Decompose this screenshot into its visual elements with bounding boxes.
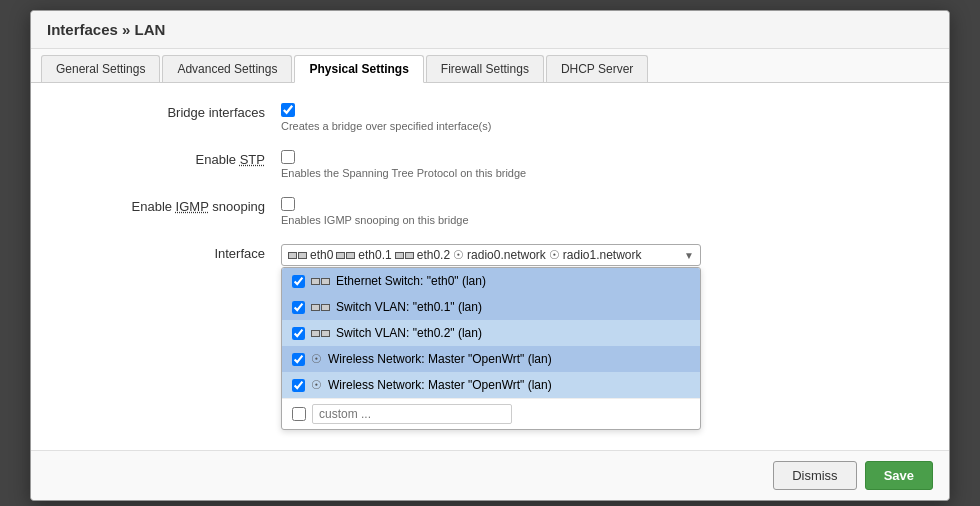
dropdown-item-radio1[interactable]: ☉ Wireless Network: Master "OpenWrt" (la… — [282, 372, 700, 398]
tab-physical[interactable]: Physical Settings — [294, 55, 423, 83]
modal-body: Bridge interfaces Creates a bridge over … — [31, 83, 949, 450]
dropdown-item-eth0-label: Ethernet Switch: "eth0" (lan) — [336, 274, 486, 288]
tab-general[interactable]: General Settings — [41, 55, 160, 82]
igmp-abbr: IGMP — [176, 199, 209, 214]
bridge-interfaces-control: Creates a bridge over specified interfac… — [281, 103, 919, 132]
dropdown-eth0-icon — [311, 278, 330, 285]
modal-title: Interfaces » LAN — [31, 11, 949, 49]
dropdown-item-eth01-checkbox[interactable] — [292, 301, 305, 314]
modal-footer: Dismiss Save — [31, 450, 949, 500]
stp-row: Enable STP Enables the Spanning Tree Pro… — [61, 150, 919, 179]
bridge-interfaces-checkbox-wrapper — [281, 103, 919, 117]
dropdown-eth02-icon — [311, 330, 330, 337]
eth0-icon — [288, 252, 307, 259]
dropdown-item-radio0[interactable]: ☉ Wireless Network: Master "OpenWrt" (la… — [282, 346, 700, 372]
dropdown-item-eth01[interactable]: Switch VLAN: "eth0.1" (lan) — [282, 294, 700, 320]
dropdown-radio0-icon: ☉ — [311, 352, 322, 366]
dropdown-item-radio0-label: Wireless Network: Master "OpenWrt" (lan) — [328, 352, 552, 366]
dismiss-button[interactable]: Dismiss — [773, 461, 857, 490]
bridge-interfaces-checkbox[interactable] — [281, 103, 295, 117]
interface-control: eth0 eth0.1 eth0.2 — [281, 244, 919, 430]
interface-tag-eth01: eth0.1 — [336, 248, 391, 262]
dropdown-item-eth0-checkbox[interactable] — [292, 275, 305, 288]
dropdown-radio1-icon: ☉ — [311, 378, 322, 392]
stp-checkbox-wrapper — [281, 150, 919, 164]
dropdown-arrow-icon: ▼ — [684, 250, 694, 261]
dropdown-item-eth02-label: Switch VLAN: "eth0.2" (lan) — [336, 326, 482, 340]
stp-control: Enables the Spanning Tree Protocol on th… — [281, 150, 919, 179]
modal-overlay: Interfaces » LAN General Settings Advanc… — [0, 0, 980, 506]
bridge-interfaces-description: Creates a bridge over specified interfac… — [281, 120, 919, 132]
interface-tag-radio0: ☉ radio0.network — [453, 248, 546, 262]
bridge-interfaces-row: Bridge interfaces Creates a bridge over … — [61, 103, 919, 132]
interface-tag-eth02: eth0.2 — [395, 248, 450, 262]
interface-select-bar[interactable]: eth0 eth0.1 eth0.2 — [281, 244, 701, 266]
igmp-description: Enables IGMP snooping on this bridge — [281, 214, 919, 226]
custom-checkbox[interactable] — [292, 407, 306, 421]
save-button[interactable]: Save — [865, 461, 933, 490]
interface-tag-radio1: ☉ radio1.network — [549, 248, 642, 262]
igmp-control: Enables IGMP snooping on this bridge — [281, 197, 919, 226]
interface-tag-eth0: eth0 — [288, 248, 333, 262]
stp-description: Enables the Spanning Tree Protocol on th… — [281, 167, 919, 179]
igmp-checkbox[interactable] — [281, 197, 295, 211]
igmp-checkbox-wrapper — [281, 197, 919, 211]
stp-label: Enable STP — [61, 150, 281, 167]
tab-firewall[interactable]: Firewall Settings — [426, 55, 544, 82]
dropdown-item-eth02[interactable]: Switch VLAN: "eth0.2" (lan) — [282, 320, 700, 346]
interface-row: Interface eth0 eth0 — [61, 244, 919, 430]
eth01-icon — [336, 252, 355, 259]
modal-dialog: Interfaces » LAN General Settings Advanc… — [30, 10, 950, 501]
custom-row — [282, 398, 700, 429]
radio0-icon: ☉ — [453, 248, 464, 262]
radio1-icon: ☉ — [549, 248, 560, 262]
stp-checkbox[interactable] — [281, 150, 295, 164]
interface-dropdown: Ethernet Switch: "eth0" (lan) Switch VLA… — [281, 267, 701, 430]
igmp-label: Enable IGMP snooping — [61, 197, 281, 214]
stp-abbr: STP — [240, 152, 265, 167]
bridge-interfaces-label: Bridge interfaces — [61, 103, 281, 120]
interface-label: Interface — [61, 244, 281, 261]
igmp-row: Enable IGMP snooping Enables IGMP snoopi… — [61, 197, 919, 226]
dropdown-eth01-icon — [311, 304, 330, 311]
dropdown-item-eth02-checkbox[interactable] — [292, 327, 305, 340]
tab-bar: General Settings Advanced Settings Physi… — [31, 49, 949, 83]
dropdown-item-radio1-label: Wireless Network: Master "OpenWrt" (lan) — [328, 378, 552, 392]
tab-advanced[interactable]: Advanced Settings — [162, 55, 292, 82]
eth02-icon — [395, 252, 414, 259]
custom-input[interactable] — [312, 404, 512, 424]
dropdown-item-radio1-checkbox[interactable] — [292, 379, 305, 392]
tab-dhcp[interactable]: DHCP Server — [546, 55, 648, 82]
dropdown-item-eth01-label: Switch VLAN: "eth0.1" (lan) — [336, 300, 482, 314]
dropdown-item-eth0[interactable]: Ethernet Switch: "eth0" (lan) — [282, 268, 700, 294]
dropdown-item-radio0-checkbox[interactable] — [292, 353, 305, 366]
